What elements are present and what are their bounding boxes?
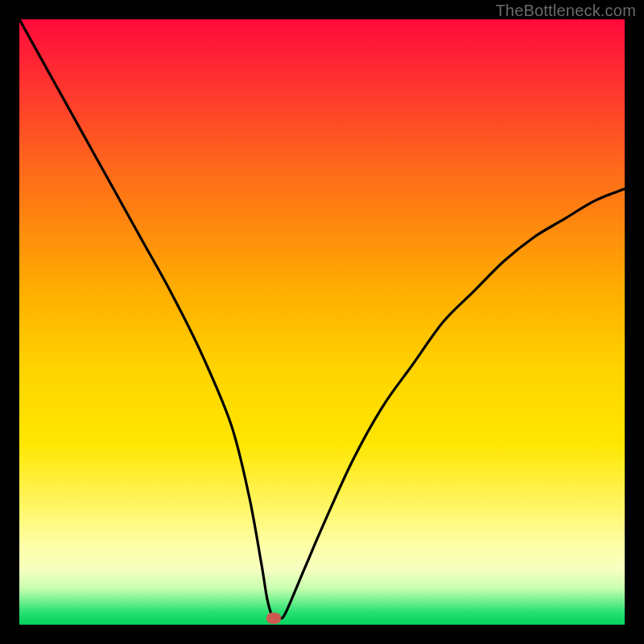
chart-frame: TheBottleneck.com	[0, 0, 644, 644]
bottleneck-curve	[19, 19, 625, 625]
curve-path	[19, 19, 625, 620]
optimal-point-marker	[266, 613, 281, 624]
watermark-text: TheBottleneck.com	[495, 2, 636, 20]
plot-area	[19, 19, 625, 625]
